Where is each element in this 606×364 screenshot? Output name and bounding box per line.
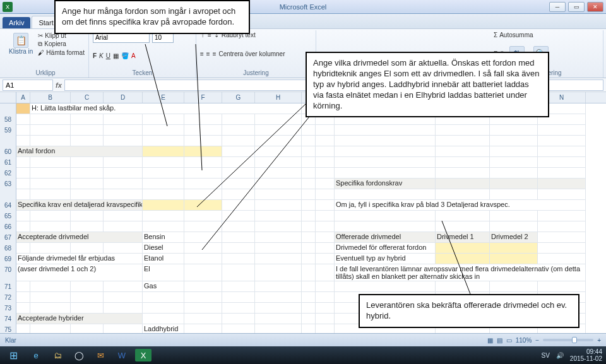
- underline-button[interactable]: U: [106, 52, 110, 59]
- col-header[interactable]: H: [255, 92, 302, 103]
- cell[interactable]: [302, 211, 316, 221]
- cell[interactable]: [538, 232, 586, 243]
- cell[interactable]: [302, 200, 316, 211]
- cell[interactable]: [302, 254, 316, 264]
- cell[interactable]: [222, 292, 255, 303]
- cell[interactable]: [222, 221, 255, 232]
- cell[interactable]: [184, 292, 222, 303]
- cell[interactable]: [71, 136, 104, 146]
- cell[interactable]: [222, 264, 255, 281]
- cell[interactable]: [255, 125, 302, 136]
- taskbar-explorer-icon[interactable]: 🗂: [49, 349, 66, 361]
- cell[interactable]: Gas: [143, 281, 184, 292]
- cell[interactable]: [316, 281, 335, 292]
- cell[interactable]: [104, 292, 143, 303]
- zoom-out-button[interactable]: −: [535, 337, 539, 344]
- cell[interactable]: Bensin: [143, 232, 184, 243]
- cell[interactable]: [71, 125, 104, 136]
- cell[interactable]: [16, 168, 30, 179]
- cell[interactable]: [30, 211, 71, 221]
- autosum-button[interactable]: Σ Autosumma: [494, 32, 533, 38]
- cell[interactable]: [490, 281, 538, 292]
- cell[interactable]: [316, 221, 335, 232]
- italic-button[interactable]: K: [99, 52, 104, 59]
- cell[interactable]: Eventuell typ av hybrid: [335, 254, 436, 264]
- cell[interactable]: [302, 264, 316, 281]
- cell[interactable]: [335, 168, 436, 179]
- cell[interactable]: [184, 264, 222, 281]
- cell[interactable]: [335, 146, 436, 157]
- tray-sound-icon[interactable]: 🔊: [556, 352, 564, 359]
- cell[interactable]: [436, 179, 490, 189]
- cell[interactable]: [143, 303, 184, 314]
- row-header[interactable]: 68: [0, 243, 16, 254]
- cell[interactable]: [316, 200, 335, 211]
- cell[interactable]: [538, 221, 586, 232]
- cell[interactable]: [71, 243, 104, 254]
- close-button[interactable]: ✕: [587, 2, 603, 12]
- cell[interactable]: [16, 221, 30, 232]
- cell[interactable]: [222, 243, 255, 254]
- cell[interactable]: [184, 114, 222, 125]
- cell[interactable]: [302, 221, 316, 232]
- zoom-controls[interactable]: ▦ ▤ ▭ 110% − +: [487, 337, 601, 344]
- cell[interactable]: [335, 211, 436, 221]
- row-header[interactable]: [0, 103, 16, 114]
- cell[interactable]: [222, 136, 255, 146]
- cell[interactable]: [255, 200, 302, 211]
- row-header[interactable]: 74: [0, 314, 16, 324]
- cell[interactable]: [16, 211, 30, 221]
- cell[interactable]: [184, 157, 222, 168]
- cell[interactable]: [30, 157, 71, 168]
- cell[interactable]: [222, 211, 255, 221]
- cell[interactable]: Specifika fordonskrav: [335, 179, 436, 189]
- cell[interactable]: [143, 221, 184, 232]
- cell[interactable]: Accepterade drivmedel: [16, 232, 143, 243]
- cell[interactable]: [184, 303, 222, 314]
- cell[interactable]: [143, 211, 184, 221]
- cell[interactable]: [436, 136, 490, 146]
- cell[interactable]: [30, 292, 71, 303]
- cell[interactable]: [222, 146, 255, 157]
- row-header[interactable]: 70: [0, 264, 16, 281]
- cell[interactable]: [436, 254, 490, 264]
- col-header[interactable]: A: [16, 92, 30, 103]
- copy-button[interactable]: ⧉Kopiera: [38, 40, 85, 48]
- cell[interactable]: [436, 125, 490, 136]
- cell[interactable]: [16, 243, 30, 254]
- cell[interactable]: Diesel: [143, 243, 184, 254]
- cell[interactable]: [71, 303, 104, 314]
- cell[interactable]: [71, 292, 104, 303]
- cell[interactable]: [490, 125, 538, 136]
- cell[interactable]: [143, 125, 184, 136]
- cell[interactable]: [184, 221, 222, 232]
- cell[interactable]: [538, 281, 586, 292]
- cell[interactable]: [104, 281, 143, 292]
- cell[interactable]: [316, 303, 335, 314]
- zoom-slider[interactable]: [543, 339, 593, 341]
- row-header[interactable]: 69: [0, 254, 16, 264]
- cell[interactable]: [316, 211, 335, 221]
- col-header[interactable]: E: [143, 92, 184, 103]
- cell[interactable]: [16, 179, 30, 189]
- cell[interactable]: [222, 114, 255, 125]
- cell[interactable]: [222, 200, 255, 211]
- cell[interactable]: [316, 314, 335, 324]
- view-layout-icon[interactable]: ▤: [497, 337, 502, 344]
- row-header[interactable]: 64: [0, 200, 16, 211]
- row-header[interactable]: 73: [0, 303, 16, 314]
- cell[interactable]: [255, 303, 302, 314]
- cell[interactable]: [490, 243, 538, 254]
- cell[interactable]: [184, 211, 222, 221]
- view-normal-icon[interactable]: ▦: [487, 337, 493, 344]
- col-header[interactable]: C: [71, 92, 104, 103]
- cell[interactable]: (avser drivmedel 1 och 2): [16, 264, 143, 281]
- cell[interactable]: [143, 146, 184, 157]
- cell[interactable]: [490, 168, 538, 179]
- cell[interactable]: [30, 168, 71, 179]
- cell[interactable]: [538, 254, 586, 264]
- align-center-button[interactable]: ≡: [206, 50, 210, 57]
- cell[interactable]: [16, 303, 30, 314]
- fx-icon[interactable]: fx: [56, 81, 62, 89]
- cell[interactable]: [302, 125, 316, 136]
